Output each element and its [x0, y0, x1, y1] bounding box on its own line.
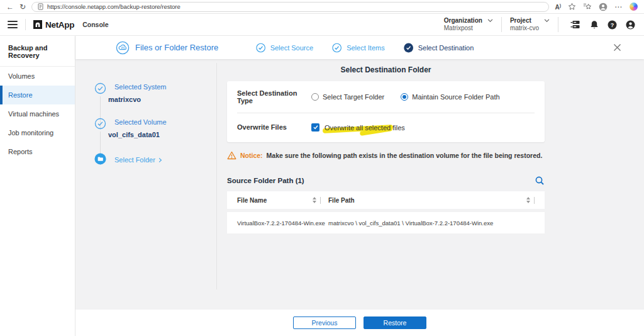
stepper-selected-volume: Selected Volume vol_cifs_data01 [94, 118, 217, 154]
highlight-annotation: Overwrite all selected files [325, 121, 405, 133]
progress-stepper: Selected System matrixcvo Selected Volum… [88, 59, 217, 310]
panel-heading: Select Destination Folder [227, 65, 545, 74]
project-label: Project [510, 17, 539, 25]
table-row[interactable]: VirtualBox-7.2.2-170484-Win.exe matrixcv… [227, 212, 545, 233]
browser-toolbar: ← ↻ https://console.netapp.com/backup-re… [0, 0, 644, 14]
context-divider [558, 17, 558, 32]
wizard-footer: Previous Restore [75, 310, 644, 336]
cell-file-path: matrixcvo \ vol_cifs_data01 \ VirtualBox… [328, 220, 493, 227]
organization-dropdown[interactable]: Organization Matrixpost [444, 17, 493, 32]
sidebar-item-virtual-machines[interactable]: Virtual machines [0, 104, 75, 123]
column-divider [534, 197, 535, 204]
destination-type-label: Select Destination Type [237, 89, 311, 104]
restore-button[interactable]: Restore [364, 316, 426, 329]
overwrite-option-label: Overwrite all selected files [325, 124, 405, 132]
restore-icon [116, 41, 130, 55]
overwrite-row: Overwrite Files Ove [237, 121, 535, 133]
select-folder-link[interactable]: Select Folder [114, 156, 155, 164]
step-select-source[interactable]: Select Source [256, 43, 313, 53]
svg-text:?: ? [611, 21, 614, 28]
radio-icon[interactable] [311, 93, 319, 101]
connector-icon[interactable] [570, 20, 581, 30]
address-bar[interactable]: https://console.netapp.com/backup-restor… [31, 2, 549, 12]
wizard-header: Files or Folder Restore Select Source [75, 36, 644, 59]
overwrite-label: Overwrite Files [237, 123, 311, 131]
overwrite-checkbox[interactable] [311, 123, 319, 132]
wizard-steps: Select Source Select Items [256, 43, 474, 53]
check-circle-icon [332, 43, 342, 53]
product-name: Console [82, 21, 108, 28]
refresh-icon[interactable]: ↻ [19, 3, 26, 11]
table-header-bar: Source Folder Path (1) [227, 176, 545, 186]
stepper-value: matrixcvo [108, 96, 217, 103]
card-divider [237, 113, 535, 113]
sort-icon[interactable] [526, 197, 530, 203]
close-icon[interactable] [613, 43, 621, 52]
read-aloud-icon[interactable]: A) [555, 3, 561, 11]
url-text: https://console.netapp.com/backup-restor… [47, 3, 180, 10]
stepper-label: Selected Volume [114, 118, 217, 126]
favorite-star-icon[interactable] [568, 3, 576, 11]
sort-icon[interactable] [313, 197, 316, 203]
sidebar-item-restore[interactable]: Restore [0, 86, 75, 104]
wizard-title: Files or Folder Restore [135, 43, 218, 52]
app-header: NetApp Console Organization Matrixpost P… [0, 14, 644, 36]
browser-more-icon[interactable]: ⋯ [614, 3, 623, 11]
radio-select-target-folder[interactable]: Select Target Folder [311, 93, 384, 101]
check-circle-icon [94, 82, 106, 94]
check-circle-filled-icon [404, 43, 414, 53]
sort-file-name[interactable] [313, 197, 321, 204]
help-icon[interactable]: ? [608, 20, 617, 30]
chevron-right-icon [157, 158, 162, 162]
destination-type-options: Select Target Folder Maintain Source Fol… [311, 93, 500, 101]
shell: Backup and Recovery Volumes Restore Virt… [0, 36, 644, 336]
previous-button[interactable]: Previous [293, 316, 356, 329]
project-dropdown[interactable]: Project matrix-cvo [510, 17, 550, 32]
radio-icon-selected[interactable] [401, 93, 408, 101]
project-value: matrix-cvo [510, 25, 539, 32]
copilot-icon[interactable] [630, 3, 638, 11]
table-title: Source Folder Path (1) [227, 177, 304, 184]
table-column-headers: File Name File Path [227, 191, 545, 209]
netapp-logo-mark [33, 20, 42, 29]
check-circle-icon [94, 118, 106, 130]
menu-icon[interactable] [8, 21, 18, 28]
step-select-destination[interactable]: Select Destination [404, 43, 474, 53]
step-select-items[interactable]: Select Items [332, 43, 385, 53]
notice-banner: Notice: Make sure the following path exi… [227, 151, 545, 160]
chevron-down-icon [487, 19, 493, 23]
stepper-selected-system: Selected System matrixcvo [94, 83, 217, 118]
sidebar-item-reports[interactable]: Reports [0, 142, 75, 161]
bell-icon[interactable] [590, 20, 599, 30]
overwrite-option: Overwrite all selected files [311, 121, 405, 133]
context-divider [501, 17, 502, 32]
search-icon[interactable] [535, 176, 545, 186]
stepper-value: vol_cifs_data01 [108, 131, 217, 138]
header-right: Organization Matrixpost Project matrix-c… [444, 17, 635, 32]
sidebar-item-volumes[interactable]: Volumes [0, 67, 75, 86]
check-circle-icon [256, 43, 266, 53]
organization-label: Organization [444, 17, 482, 25]
back-icon[interactable]: ← [6, 3, 14, 11]
radio-maintain-source-folder-path[interactable]: Maintain Source Folder Path [401, 93, 499, 101]
notice-label: Notice: [240, 152, 263, 159]
page-icon [38, 3, 43, 10]
main-area: Files or Folder Restore Select Source [75, 36, 644, 336]
sort-file-path[interactable] [526, 197, 535, 204]
browser-profile-icon[interactable] [599, 3, 608, 11]
stepper-select-folder[interactable]: Select Folder [94, 154, 217, 180]
organization-value: Matrixpost [444, 25, 482, 32]
collections-icon[interactable] [583, 3, 592, 11]
sidebar-item-job-monitoring[interactable]: Job monitoring [0, 123, 75, 142]
sidebar: Backup and Recovery Volumes Restore Virt… [0, 36, 75, 336]
warning-icon [227, 151, 236, 160]
notice-text: Make sure the following path exists in t… [267, 152, 543, 159]
destination-card: Select Destination Type Select Target Fo… [227, 81, 545, 142]
folder-circle-icon [94, 153, 106, 165]
netapp-logo: NetApp [33, 20, 74, 30]
account-icon[interactable] [626, 20, 635, 30]
brand-name: NetApp [45, 20, 74, 30]
check-icon [313, 124, 319, 130]
browser-actions: A) ⋯ [555, 3, 638, 11]
header-divider [25, 19, 26, 30]
